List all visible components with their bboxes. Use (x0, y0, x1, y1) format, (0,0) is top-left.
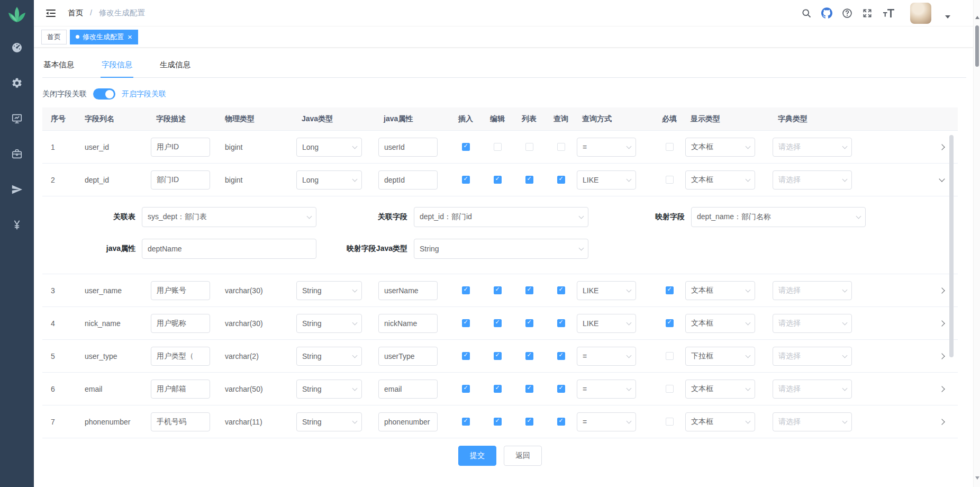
dict-type-select[interactable]: 请选择 (773, 347, 852, 366)
font-size-button[interactable] (882, 8, 895, 19)
mapping-java-type-select[interactable]: String (414, 239, 588, 259)
column-desc-input[interactable] (151, 347, 210, 366)
column-desc-input[interactable] (151, 412, 210, 431)
dict-type-select[interactable]: 请选择 (773, 314, 852, 333)
query-checkbox[interactable] (557, 286, 565, 294)
query-type-select[interactable]: LIKE (577, 281, 636, 300)
list-checkbox[interactable] (525, 418, 533, 426)
help-button[interactable] (842, 8, 852, 19)
query-checkbox[interactable] (557, 352, 565, 360)
close-icon[interactable] (128, 33, 132, 41)
query-type-select[interactable]: LIKE (577, 314, 636, 333)
insert-checkbox[interactable] (462, 385, 470, 393)
sidebar-item-guide[interactable] (0, 172, 34, 207)
required-checkbox[interactable] (666, 176, 674, 184)
query-type-select[interactable]: = (577, 380, 636, 399)
expand-row-icon[interactable] (937, 318, 958, 329)
edit-checkbox[interactable] (494, 319, 502, 327)
app-logo[interactable] (7, 0, 26, 30)
column-desc-input[interactable] (151, 380, 210, 399)
query-type-select[interactable]: = (577, 412, 636, 431)
column-desc-input[interactable] (151, 314, 210, 333)
page-scrollbar-thumb[interactable] (975, 25, 979, 67)
list-checkbox[interactable] (525, 143, 533, 151)
sidebar-item-tool[interactable] (0, 136, 34, 172)
java-attr-input[interactable] (142, 239, 316, 259)
edit-checkbox[interactable] (494, 143, 502, 151)
query-checkbox[interactable] (557, 385, 565, 393)
java-type-select[interactable]: Long (296, 170, 362, 190)
scroll-down-arrow-icon[interactable] (975, 476, 979, 480)
list-checkbox[interactable] (525, 286, 533, 294)
caret-down-icon[interactable] (945, 15, 950, 19)
java-field-input[interactable] (378, 314, 438, 333)
relation-table-select[interactable]: sys_dept：部门表 (142, 207, 316, 227)
expand-row-icon[interactable] (937, 142, 958, 152)
relation-field-select[interactable]: dept_id：部门id (414, 207, 588, 227)
java-type-select[interactable]: String (296, 412, 362, 431)
tab-generate-info[interactable]: 生成信息 (159, 54, 192, 77)
list-checkbox[interactable] (525, 352, 533, 360)
tab-basic-info[interactable]: 基本信息 (42, 54, 75, 77)
tag-home[interactable]: 首页 (41, 30, 67, 44)
scroll-up-arrow-icon[interactable] (975, 16, 979, 19)
dict-type-select[interactable]: 请选择 (773, 281, 852, 300)
expand-row-icon[interactable] (937, 285, 958, 296)
java-field-input[interactable] (378, 281, 438, 300)
insert-checkbox[interactable] (462, 286, 470, 294)
display-type-select[interactable]: 下拉框 (685, 347, 755, 366)
dict-type-select[interactable]: 请选择 (773, 380, 852, 399)
java-type-select[interactable]: String (296, 347, 362, 366)
sidebar-item-monitor[interactable] (0, 101, 34, 136)
breadcrumb-home[interactable]: 首页 (68, 8, 83, 17)
list-checkbox[interactable] (525, 176, 533, 184)
column-desc-input[interactable] (151, 170, 210, 190)
edit-checkbox[interactable] (494, 352, 502, 360)
display-type-select[interactable]: 文本框 (685, 170, 755, 190)
query-checkbox[interactable] (557, 143, 565, 151)
required-checkbox[interactable] (666, 286, 674, 294)
required-checkbox[interactable] (666, 143, 674, 151)
required-checkbox[interactable] (666, 418, 674, 426)
java-type-select[interactable]: Long (296, 138, 362, 157)
dict-type-select[interactable]: 请选择 (773, 138, 852, 157)
list-checkbox[interactable] (525, 385, 533, 393)
required-checkbox[interactable] (666, 319, 674, 327)
expand-row-icon[interactable] (937, 417, 958, 427)
query-checkbox[interactable] (557, 418, 565, 426)
display-type-select[interactable]: 文本框 (685, 138, 755, 157)
column-desc-input[interactable] (151, 281, 210, 300)
java-field-input[interactable] (378, 380, 438, 399)
java-type-select[interactable]: String (296, 281, 362, 300)
display-type-select[interactable]: 文本框 (685, 314, 755, 333)
java-type-select[interactable]: String (296, 380, 362, 399)
mapping-field-select[interactable]: dept_name：部门名称 (691, 207, 866, 227)
query-type-select[interactable]: = (577, 347, 636, 366)
query-type-select[interactable]: = (577, 138, 636, 157)
column-desc-input[interactable] (151, 138, 210, 157)
list-checkbox[interactable] (525, 319, 533, 327)
edit-checkbox[interactable] (494, 418, 502, 426)
github-button[interactable] (821, 7, 832, 19)
edit-checkbox[interactable] (494, 286, 502, 294)
java-field-input[interactable] (378, 412, 438, 431)
sidebar-item-pay[interactable] (0, 207, 34, 242)
java-field-input[interactable] (378, 170, 438, 190)
submit-button[interactable]: 提交 (458, 446, 496, 466)
required-checkbox[interactable] (666, 385, 674, 393)
sidebar-item-dashboard[interactable] (0, 30, 34, 65)
insert-checkbox[interactable] (462, 418, 470, 426)
tag-current[interactable]: 修改生成配置 (70, 30, 138, 44)
display-type-select[interactable]: 文本框 (685, 380, 755, 399)
insert-checkbox[interactable] (462, 319, 470, 327)
java-type-select[interactable]: String (296, 314, 362, 333)
expand-row-icon[interactable] (937, 175, 958, 184)
dict-type-select[interactable]: 请选择 (773, 170, 852, 190)
required-checkbox[interactable] (666, 352, 674, 360)
edit-checkbox[interactable] (494, 176, 502, 184)
sidebar-toggle[interactable] (41, 6, 60, 20)
query-checkbox[interactable] (557, 319, 565, 327)
sidebar-item-system[interactable] (0, 65, 34, 101)
tab-field-info[interactable]: 字段信息 (101, 54, 133, 78)
expand-row-icon[interactable] (937, 384, 958, 394)
